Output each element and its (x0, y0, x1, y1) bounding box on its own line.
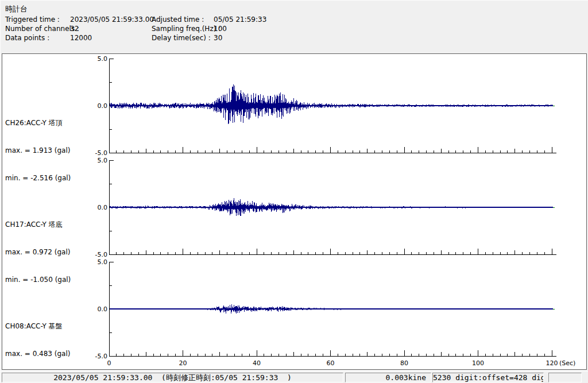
svg-text:120: 120 (546, 359, 558, 367)
app-window: 時計台 Triggered time : 2023/05/05 21:59:33… (0, 0, 588, 383)
sampling-freq-label: Sampling freq.(Hz) : (152, 25, 220, 33)
data-points-value: 12000 (70, 34, 92, 42)
status-digit-field: 5230 digit:offset=428 digit (432, 373, 544, 382)
status-bar: 2023/05/05 21:59:33.00 (時刻修正時刻:05/05 21:… (1, 371, 588, 383)
channel-info-ch26: CH26:ACC-Y 塔頂 max. = 1.913 (gal) min. = … (5, 100, 107, 201)
svg-text:0: 0 (107, 359, 111, 367)
sampling-freq-value: 100 (214, 25, 227, 33)
channel-min: min. = -2.516 (gal) (5, 173, 107, 183)
channel-label: CH08:ACC-Y 基盤 (5, 322, 107, 331)
channels-label: Number of channels : (5, 25, 79, 33)
data-points-label: Data points : (5, 34, 49, 42)
svg-text:40: 40 (253, 359, 261, 367)
channels-value: 32 (70, 25, 79, 33)
svg-text:60: 60 (327, 359, 335, 367)
svg-text:5.0: 5.0 (98, 55, 108, 63)
adjusted-time-label: Adjusted time : (152, 16, 204, 24)
svg-text:100: 100 (472, 359, 484, 367)
channel-label: CH26:ACC-Y 塔頂 (5, 118, 107, 127)
delay-time-label: Delay time(sec) : (152, 34, 211, 42)
window-title: 時計台 (5, 4, 28, 14)
status-empty-field (548, 373, 582, 382)
channel-max: max. = 0.972 (gal) (5, 247, 107, 257)
header-panel: 時計台 Triggered time : 2023/05/05 21:59:33… (1, 1, 588, 53)
channel-min: min. = -1.050 (gal) (5, 275, 107, 284)
triggered-time-label: Triggered time : (5, 16, 60, 24)
svg-text:80: 80 (400, 359, 408, 367)
adjusted-time-value: 05/05 21:59:33 (214, 16, 266, 24)
triggered-time-value: 2023/05/05 21:59:33.00 (70, 16, 154, 24)
status-time-field: 2023/05/05 21:59:33.00 (時刻修正時刻:05/05 21:… (2, 373, 343, 382)
status-kine-field: 0.003kine (345, 373, 431, 382)
delay-time-value: 30 (214, 34, 222, 42)
svg-text:20: 20 (179, 359, 187, 367)
channel-info-ch17: CH17:ACC-Y 塔底 max. = 0.972 (gal) min. = … (5, 202, 107, 303)
channel-max: max. = 1.913 (gal) (5, 146, 107, 155)
channel-label: CH17:ACC-Y 塔底 (5, 220, 107, 229)
svg-text:(Sec): (Sec) (559, 359, 575, 367)
channel-max: max. = 0.483 (gal) (5, 349, 107, 358)
